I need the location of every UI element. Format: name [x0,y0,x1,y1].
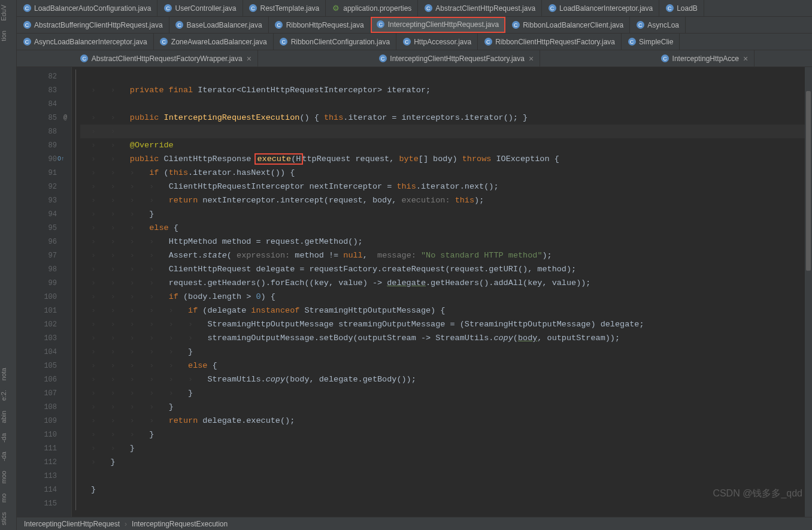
code-editor[interactable]: 82838485@888990O↑91929394959697989910010… [17,67,812,517]
line-number[interactable]: 93 [17,193,71,207]
sidebar-label[interactable]: stics [0,510,16,528]
sidebar-label[interactable]: -da [0,431,16,445]
editor-tab[interactable]: AbstractBufferingClientHttpRequest.java [17,17,169,33]
editor-tab[interactable]: RestTemplate.java [243,0,326,16]
tool-window-sidebar[interactable]: EduV tion nota e:2. abin -da -da moo mo … [0,0,17,530]
editor-tab[interactable]: LoadB [659,0,704,16]
editor-tab[interactable]: RibbonClientConfiguration.java [274,34,396,50]
annotation-marker-icon[interactable]: @ [63,114,67,121]
override-marker-icon[interactable]: O↑ [57,156,65,162]
fold-indicator[interactable] [72,193,80,207]
editor-tab[interactable]: RibbonLoadBalancerClient.java [505,17,630,33]
line-number[interactable]: 114 [17,483,71,496]
editor-tab[interactable]: LoadBalancerInterceptor.java [542,0,659,16]
code-line[interactable]: › › › › HttpMethod method = request.getM… [80,235,805,249]
sidebar-label[interactable]: tion [0,28,16,44]
fold-indicator[interactable] [72,166,80,180]
line-number[interactable]: 99 [17,276,71,290]
sidebar-label[interactable]: moo [0,468,16,486]
fold-indicator[interactable] [72,69,80,83]
fold-indicator[interactable] [72,235,80,249]
code-line[interactable]: › › › › ClientHttpRequest delegate = req… [80,262,805,276]
fold-indicator[interactable] [72,83,80,97]
code-line[interactable]: › › › › return delegate.execute(); [80,414,805,428]
editor-tab[interactable]: AbstractClientHttpRequestFactoryWrapper.… [74,50,258,66]
line-number[interactable]: 107 [17,386,71,400]
editor-tab[interactable]: InterceptingHttpAcce× [655,50,755,66]
fold-indicator[interactable] [72,331,80,345]
line-number[interactable]: 112 [17,455,71,469]
code-line[interactable]: › › › if (this.iterator.hasNext()) { [80,166,805,180]
code-line[interactable] [80,496,805,510]
editor-tab[interactable]: AbstractClientHttpRequest.java [418,0,542,16]
code-line[interactable]: › › public ClientHttpResponse execute(Ht… [80,152,805,166]
line-number[interactable]: 108 [17,400,71,414]
line-number[interactable]: 104 [17,345,71,359]
scroll-thumb[interactable] [806,91,811,271]
line-number[interactable]: 100 [17,290,71,304]
code-line[interactable]: › › › › request.getHeaders().forEach((ke… [80,276,805,290]
line-number[interactable]: 92 [17,180,71,193]
line-number[interactable]: 95 [17,221,71,235]
line-number-gutter[interactable]: 82838485@888990O↑91929394959697989910010… [17,67,72,517]
fold-indicator[interactable] [72,372,80,386]
line-number[interactable]: 85@ [17,111,71,125]
fold-indicator[interactable] [72,97,80,111]
line-number[interactable]: 91 [17,166,71,180]
code-content[interactable]: › › private final Iterator<ClientHttpReq… [80,67,805,517]
fold-indicator[interactable] [72,469,80,483]
code-line[interactable] [80,469,805,483]
line-number[interactable]: 113 [17,469,71,483]
editor-tab[interactable]: RibbonClientHttpRequestFactory.java [478,34,622,50]
editor-tab[interactable]: SimpleClie [622,34,680,50]
fold-indicator[interactable] [72,290,80,304]
fold-indicator[interactable] [72,359,80,372]
code-line[interactable] [80,97,805,111]
breadcrumb-bar[interactable]: InterceptingClientHttpRequest › Intercep… [17,517,812,530]
vertical-scrollbar[interactable] [805,67,812,517]
line-number[interactable]: 106 [17,372,71,386]
code-line[interactable]: › › › › › › StreamUtils.copy(body, deleg… [80,372,805,386]
fold-indicator[interactable] [72,262,80,276]
line-number[interactable]: 110 [17,428,71,441]
code-line[interactable]: › › › › } [80,400,805,414]
line-number[interactable]: 84 [17,97,71,111]
fold-indicator[interactable] [72,386,80,400]
line-number[interactable]: 96 [17,235,71,249]
code-line[interactable]: › › › › ClientHttpRequestInterceptor nex… [80,180,805,193]
fold-indicator[interactable] [72,317,80,331]
code-line[interactable]: › › } [80,441,805,455]
code-line[interactable] [80,69,805,83]
fold-indicator[interactable] [72,221,80,235]
code-line[interactable]: › › › › › } [80,345,805,359]
fold-indicator[interactable] [72,125,80,138]
editor-tab[interactable]: InterceptingClientHttpRequestFactory.jav… [372,50,540,66]
breadcrumb-item[interactable]: InterceptingRequestExecution [132,520,228,528]
line-number[interactable]: 97 [17,249,71,262]
fold-column[interactable] [72,67,80,517]
line-number[interactable]: 101 [17,304,71,317]
fold-indicator[interactable] [72,345,80,359]
fold-indicator[interactable] [72,496,80,510]
code-line[interactable]: › › › › › › StreamingHttpOutputMessage s… [80,317,805,331]
fold-indicator[interactable] [72,400,80,414]
line-number[interactable]: 82 [17,69,71,83]
code-line[interactable]: › › public InterceptingRequestExecution(… [80,111,805,125]
line-number[interactable]: 105 [17,359,71,372]
line-number[interactable]: 115 [17,496,71,510]
code-line[interactable]: › › › › › } [80,386,805,400]
editor-tab[interactable]: application.properties [326,0,418,16]
editor-tab[interactable]: LoadBalancerAutoConfiguration.java [17,0,157,16]
line-number[interactable]: 89 [17,138,71,152]
editor-tab[interactable]: InterceptingClientHttpRequest.java [371,17,505,33]
line-number[interactable]: 102 [17,317,71,331]
code-line[interactable]: › › › › › if (delegate instanceof Stream… [80,304,805,317]
breadcrumb-item[interactable]: InterceptingClientHttpRequest [24,520,120,528]
close-icon[interactable]: × [247,54,252,63]
sidebar-label[interactable]: -da [0,449,16,464]
sidebar-label[interactable]: EduV [0,2,16,23]
code-line[interactable]: › › @Override [80,138,805,152]
line-number[interactable]: 94 [17,207,71,221]
editor-tab[interactable]: AsyncLoa [630,17,686,33]
code-line[interactable]: › › › › if (body.length > 0) { [80,290,805,304]
